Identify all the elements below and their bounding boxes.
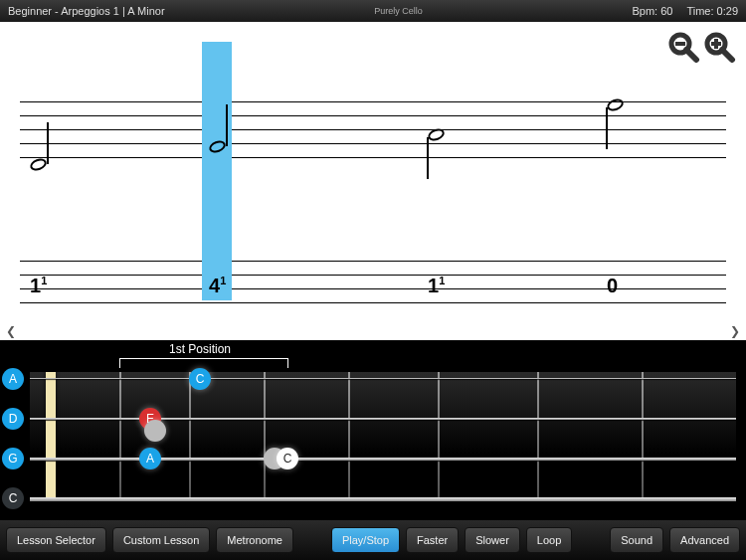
string: [30, 378, 736, 379]
fret: [119, 372, 121, 499]
fret: [642, 372, 644, 499]
bottom-toolbar: Lesson Selector Custom Lesson Metronome …: [0, 520, 746, 560]
tab-number: 11: [30, 275, 47, 297]
advanced-button[interactable]: Advanced: [669, 527, 740, 553]
position-bracket: [119, 358, 288, 368]
zoom-out-button[interactable]: [666, 30, 700, 64]
loop-button[interactable]: Loop: [526, 527, 572, 553]
fretboard-panel: 1st Position ADGC CEAC: [0, 340, 746, 509]
playhead-highlight: [202, 42, 232, 300]
slower-button[interactable]: Slower: [465, 527, 520, 553]
string: [30, 458, 736, 461]
tab-number: 41: [209, 275, 226, 297]
string: [30, 497, 736, 501]
sound-button[interactable]: Sound: [610, 527, 663, 553]
staff-area[interactable]: 1141110: [20, 82, 726, 340]
tab-number: 11: [428, 275, 445, 297]
fretboard[interactable]: ADGC CEAC: [30, 372, 736, 509]
fret-marker: A: [139, 448, 161, 469]
lesson-selector-button[interactable]: Lesson Selector: [6, 527, 106, 553]
note: [607, 99, 624, 110]
note: [30, 159, 47, 170]
lesson-title: Beginner - Arpeggios 1 | A Minor: [8, 5, 165, 17]
score-panel: 1141110 ❮ ❯: [0, 22, 746, 340]
fret: [264, 372, 266, 499]
nut: [46, 372, 56, 499]
top-bar: Beginner - Arpeggios 1 | A Minor Purely …: [0, 0, 746, 22]
fret-marker: C: [189, 368, 211, 390]
next-page-arrow[interactable]: ❯: [730, 324, 740, 338]
svg-line-1: [686, 50, 696, 60]
note: [428, 129, 445, 140]
note: [209, 141, 226, 152]
fret: [537, 372, 539, 499]
svg-line-4: [722, 50, 732, 60]
fret: [438, 372, 440, 499]
fret: [348, 372, 350, 499]
time-label: Time: 0:29: [686, 5, 738, 17]
fret: [189, 372, 191, 499]
faster-button[interactable]: Faster: [406, 527, 459, 553]
open-string-label: G: [2, 448, 24, 469]
metronome-button[interactable]: Metronome: [216, 527, 293, 553]
tab-number: 0: [607, 275, 618, 297]
bpm-label: Bpm: 60: [632, 5, 672, 17]
prev-page-arrow[interactable]: ❮: [6, 324, 16, 338]
position-label: 1st Position: [169, 342, 231, 356]
play-stop-button[interactable]: Play/Stop: [331, 527, 400, 553]
custom-lesson-button[interactable]: Custom Lesson: [112, 527, 210, 553]
open-string-label: C: [2, 487, 24, 509]
brand-label: Purely Cello: [165, 6, 633, 16]
fret-marker: C: [277, 448, 298, 469]
string: [30, 418, 736, 420]
zoom-in-button[interactable]: [702, 30, 736, 64]
fret-marker: [144, 420, 166, 442]
open-string-label: A: [2, 368, 24, 390]
open-string-label: D: [2, 408, 24, 430]
